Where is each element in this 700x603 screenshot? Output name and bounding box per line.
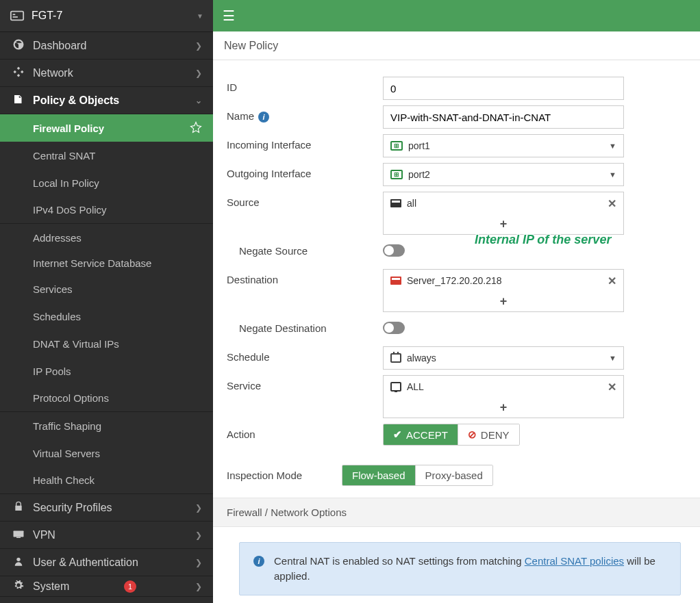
hamburger-icon[interactable]: ☰ <box>223 8 235 24</box>
inspection-proxy-button[interactable]: Proxy-based <box>415 465 492 485</box>
nav-label: Security Profiles <box>33 502 112 514</box>
nav-label: Central SNAT <box>33 150 95 162</box>
action-accept-button[interactable]: ✔ACCEPT <box>384 424 458 445</box>
central-snat-link[interactable]: Central SNAT policies <box>525 555 624 567</box>
nav-virtual-servers[interactable]: Virtual Servers <box>0 439 213 467</box>
nav-protocol-options[interactable]: Protocol Options <box>0 385 213 412</box>
remove-icon[interactable]: ✕ <box>608 381 616 394</box>
gear-icon <box>11 580 26 593</box>
deny-icon: ⊘ <box>468 428 477 441</box>
nav-addresses[interactable]: Addresses <box>0 224 213 251</box>
form: ID Namei Incoming Interface ⊞ port1 ▼ Ou… <box>213 60 700 603</box>
chevron-down-icon: ▼ <box>197 12 203 20</box>
outgoing-interface-select[interactable]: ⊞ port2 ▼ <box>383 163 624 186</box>
page-title-text: New Policy <box>224 40 278 52</box>
destination-box[interactable]: Server_172.20.20.218 ✕ + <box>383 269 624 312</box>
section-firewall-network: Firewall / Network Options <box>213 498 700 527</box>
add-source-button[interactable]: + <box>384 214 623 234</box>
device-selector[interactable]: FGT-7 ▼ <box>0 0 213 32</box>
label-negate-source: Negate Source <box>227 240 383 257</box>
remove-icon[interactable]: ✕ <box>608 274 616 287</box>
source-box[interactable]: all ✕ + <box>383 192 624 235</box>
check-icon: ✔ <box>393 428 402 441</box>
nav-label: Dashboard <box>33 40 86 52</box>
negate-source-toggle[interactable] <box>383 244 405 257</box>
outgoing-if-value: port2 <box>408 169 430 180</box>
nav-security-profiles[interactable]: Security Profiles ❯ <box>0 494 213 522</box>
nav-ip-pools[interactable]: IP Pools <box>0 357 213 385</box>
nav-health-check[interactable]: Health Check <box>0 467 213 494</box>
id-input[interactable] <box>383 77 624 100</box>
inspection-flow-button[interactable]: Flow-based <box>342 465 415 485</box>
chevron-right-icon: ❯ <box>195 41 202 51</box>
add-destination-button[interactable]: + <box>384 292 623 311</box>
svg-rect-3 <box>14 530 24 537</box>
nav-label: Internet Service Database <box>33 257 151 269</box>
nav-label: IPv4 DoS Policy <box>33 204 107 216</box>
label-schedule: Schedule <box>227 346 383 363</box>
chevron-down-icon: ▼ <box>609 142 616 150</box>
negate-destination-toggle[interactable] <box>383 322 405 334</box>
nav-label: Traffic Shaping <box>33 420 101 432</box>
address-icon <box>390 199 401 207</box>
add-service-button[interactable]: + <box>384 398 623 418</box>
system-badge: 1 <box>124 580 136 593</box>
device-icon <box>10 8 25 23</box>
nav-traffic-shaping[interactable]: Traffic Shaping <box>0 412 213 439</box>
nav-user-auth[interactable]: User & Authentication ❯ <box>0 549 213 576</box>
name-input[interactable] <box>383 105 624 129</box>
nav-label: System <box>33 580 69 593</box>
lock-icon <box>11 501 26 515</box>
nav-schedules[interactable]: Schedules <box>0 303 213 330</box>
chevron-down-icon: ▼ <box>609 170 616 179</box>
star-icon[interactable] <box>190 121 202 136</box>
nav-local-in-policy[interactable]: Local In Policy <box>0 169 213 196</box>
nav-dashboard[interactable]: Dashboard ❯ <box>0 32 213 60</box>
label-inspection-mode: Inspection Mode <box>227 465 342 481</box>
incoming-interface-select[interactable]: ⊞ port1 ▼ <box>383 134 624 157</box>
source-value: all <box>407 198 416 209</box>
label-service: Service <box>227 375 383 392</box>
nav-system[interactable]: System 1 ❯ <box>0 576 213 597</box>
sidebar: FGT-7 ▼ Dashboard ❯ Network ❯ Policy & O… <box>0 0 213 603</box>
nav-dnat-vips[interactable]: DNAT & Virtual IPs <box>0 330 213 357</box>
nav-vpn[interactable]: VPN ❯ <box>0 522 213 549</box>
inspection-mode-group: Flow-based Proxy-based <box>342 465 493 486</box>
nav-label: Protocol Options <box>33 392 109 404</box>
info-text: Central NAT is enabled so NAT settings f… <box>274 554 666 584</box>
remove-icon[interactable]: ✕ <box>608 197 616 210</box>
nav-label: Virtual Servers <box>33 448 100 459</box>
chevron-right-icon: ❯ <box>195 530 202 540</box>
nav-ipv4-dos-policy[interactable]: IPv4 DoS Policy <box>0 196 213 224</box>
nav-label: Health Check <box>33 474 95 486</box>
chevron-right-icon: ❯ <box>195 68 202 78</box>
chevron-right-icon: ❯ <box>195 503 202 513</box>
label-source: Source <box>227 192 383 208</box>
topbar: ☰ <box>213 0 700 31</box>
label-negate-destination: Negate Destination <box>227 318 383 334</box>
policy-icon <box>11 93 26 108</box>
schedule-icon <box>390 353 401 363</box>
nav-label: Policy & Objects <box>33 94 119 107</box>
nav-label: Services <box>33 283 73 295</box>
chevron-down-icon: ⌄ <box>195 96 202 105</box>
nav-label: IP Pools <box>33 365 71 377</box>
nav-policy-objects[interactable]: Policy & Objects ⌄ <box>0 87 213 114</box>
nav-firewall-policy[interactable]: Firewall Policy <box>0 114 213 142</box>
schedule-value: always <box>407 352 436 363</box>
schedule-select[interactable]: always ▼ <box>383 346 624 370</box>
label-outgoing-if: Outgoing Interface <box>227 163 383 179</box>
incoming-if-value: port1 <box>408 140 430 151</box>
nav-label: DNAT & Virtual IPs <box>33 338 119 350</box>
info-icon[interactable]: i <box>258 112 269 123</box>
nav-central-snat[interactable]: Central SNAT <box>0 142 213 169</box>
nav-label: Local In Policy <box>33 177 99 189</box>
nav-network[interactable]: Network ❯ <box>0 60 213 87</box>
action-deny-button[interactable]: ⊘DENY <box>458 424 519 445</box>
nav-internet-service-db[interactable]: Internet Service Database <box>0 251 213 275</box>
svg-rect-0 <box>11 12 23 21</box>
nav-services[interactable]: Services <box>0 275 213 303</box>
main-panel: ☰ New Policy ID Namei Incoming Interface… <box>213 0 700 603</box>
service-box[interactable]: ALL ✕ + <box>383 375 624 418</box>
nav-label: Addresses <box>33 232 82 244</box>
